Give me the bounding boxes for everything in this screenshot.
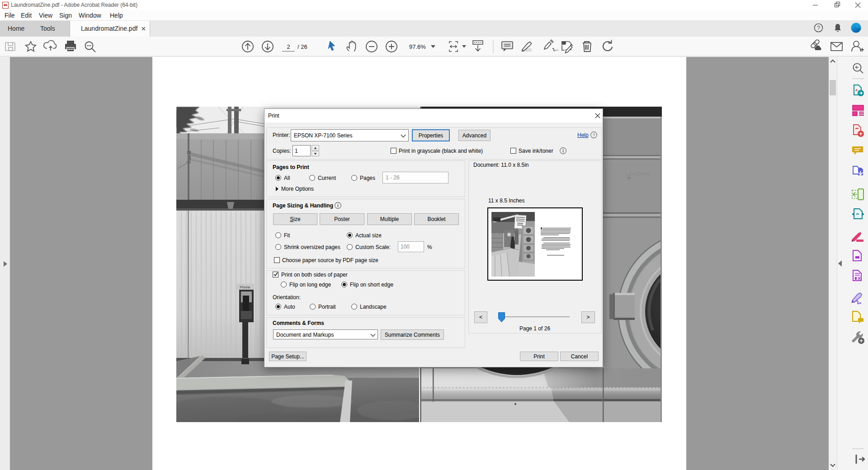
svg-text:/ 26: / 26 (297, 43, 307, 50)
svg-text:Phone: Phone (240, 285, 250, 289)
svg-text:2: 2 (287, 43, 290, 50)
svg-text:LOADING: LOADING (626, 170, 652, 176)
svg-text:97.6%: 97.6% (409, 43, 426, 50)
svg-text:?: ? (593, 132, 595, 137)
svg-text:?: ? (817, 25, 820, 31)
svg-text:A: A (855, 89, 858, 92)
